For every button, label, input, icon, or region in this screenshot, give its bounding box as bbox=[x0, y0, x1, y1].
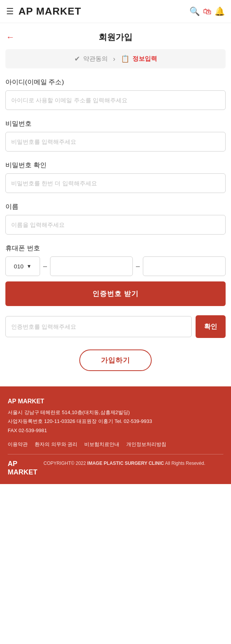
footer-address-line2: 사업자등록번호 120-11-03326 대표원장 이홍기 Tel. 02-53… bbox=[8, 417, 223, 426]
footer: AP MARKET 서울시 강남구 테헤란로 514,10층(대치동,삼흥제2빌… bbox=[0, 386, 231, 484]
phone-row: 010 ▼ – – bbox=[5, 256, 226, 276]
pw-input[interactable] bbox=[5, 132, 226, 151]
phone-end-input[interactable] bbox=[143, 256, 226, 276]
step2: 📋 정보입력 bbox=[121, 55, 157, 63]
footer-brand: AP MARKET bbox=[8, 398, 223, 405]
step-indicator: ✔ 약관동의 › 📋 정보입력 bbox=[5, 49, 226, 68]
send-code-button[interactable]: 인증번호 받기 bbox=[5, 281, 226, 306]
step1: ✔ 약관동의 bbox=[74, 55, 108, 63]
phone-dropdown-icon: ▼ bbox=[27, 263, 32, 269]
footer-address-line1: 서울시 강남구 테헤란로 514,10층(대치동,삼흥제2빌딩) bbox=[8, 408, 223, 417]
footer-address: 서울시 강남구 테헤란로 514,10층(대치동,삼흥제2빌딩) 사업자등록번호… bbox=[8, 408, 223, 435]
footer-link-terms[interactable]: 이용약관 bbox=[8, 441, 28, 448]
app-title: AP MARKET bbox=[18, 5, 81, 17]
verify-row: 확인 bbox=[5, 315, 226, 338]
footer-copyright: COPYRIGHT© 2022 IMAGE PLASTIC SURGERY CL… bbox=[44, 460, 205, 467]
phone-mid-input[interactable] bbox=[50, 256, 133, 276]
step-arrow: › bbox=[113, 55, 116, 63]
step1-label: 약관동의 bbox=[83, 55, 108, 63]
phone-label: 휴대폰 번호 bbox=[5, 244, 226, 253]
footer-link-rights[interactable]: 환자의 의무와 권리 bbox=[35, 441, 77, 448]
hamburger-icon[interactable]: ☰ bbox=[6, 7, 14, 17]
step1-icon: ✔ bbox=[74, 55, 80, 63]
step2-label: 정보입력 bbox=[132, 55, 157, 63]
id-field-group: 아이디(이메일 주소) bbox=[5, 78, 226, 110]
header-right: 🔍 🛍 🔔 bbox=[189, 7, 225, 17]
header-left: ☰ AP MARKET bbox=[6, 5, 81, 17]
page-title: 회원가입 bbox=[99, 32, 132, 43]
verify-code-input[interactable] bbox=[5, 316, 192, 337]
footer-logo: AP MARKET bbox=[8, 460, 37, 476]
pw-field-group: 비밀번호 bbox=[5, 119, 226, 151]
name-input[interactable] bbox=[5, 215, 226, 235]
back-button[interactable]: ← bbox=[6, 32, 15, 42]
id-input[interactable] bbox=[5, 90, 226, 110]
step2-icon: 📋 bbox=[121, 55, 129, 63]
bell-icon[interactable]: 🔔 bbox=[214, 7, 225, 17]
confirm-button[interactable]: 확인 bbox=[196, 315, 226, 338]
header: ☰ AP MARKET 🔍 🛍 🔔 bbox=[0, 0, 231, 23]
pw-confirm-label: 비밀번호 확인 bbox=[5, 161, 226, 170]
footer-links: 이용약관 환자의 의무와 권리 비보험치료안내 개인정보처리방침 bbox=[8, 441, 223, 448]
cart-icon[interactable]: 🛍 bbox=[203, 7, 211, 17]
pw-label: 비밀번호 bbox=[5, 119, 226, 128]
phone-prefix-select[interactable]: 010 ▼ bbox=[5, 256, 40, 276]
name-label: 이름 bbox=[5, 202, 226, 211]
phone-dash-1: – bbox=[43, 262, 47, 270]
form-container: 아이디(이메일 주소) 비밀번호 비밀번호 확인 이름 휴대폰 번호 010 ▼… bbox=[0, 68, 231, 386]
pw-confirm-input[interactable] bbox=[5, 173, 226, 193]
register-button[interactable]: 가입하기 bbox=[79, 349, 152, 371]
phone-dash-2: – bbox=[136, 262, 140, 270]
pw-confirm-field-group: 비밀번호 확인 bbox=[5, 161, 226, 193]
name-field-group: 이름 bbox=[5, 202, 226, 235]
phone-prefix-value: 010 bbox=[14, 263, 23, 270]
footer-address-line3: FAX 02-539-9981 bbox=[8, 426, 223, 435]
register-button-wrap: 가입하기 bbox=[5, 349, 226, 371]
page-title-bar: ← 회원가입 bbox=[0, 23, 231, 49]
id-label: 아이디(이메일 주소) bbox=[5, 78, 226, 87]
footer-link-privacy[interactable]: 개인정보처리방침 bbox=[126, 441, 166, 448]
phone-field-group: 휴대폰 번호 010 ▼ – – 인증번호 받기 bbox=[5, 244, 226, 306]
footer-link-insurance[interactable]: 비보험치료안내 bbox=[84, 441, 119, 448]
search-icon[interactable]: 🔍 bbox=[189, 7, 200, 17]
footer-bottom: AP MARKET COPYRIGHT© 2022 IMAGE PLASTIC … bbox=[8, 454, 223, 476]
